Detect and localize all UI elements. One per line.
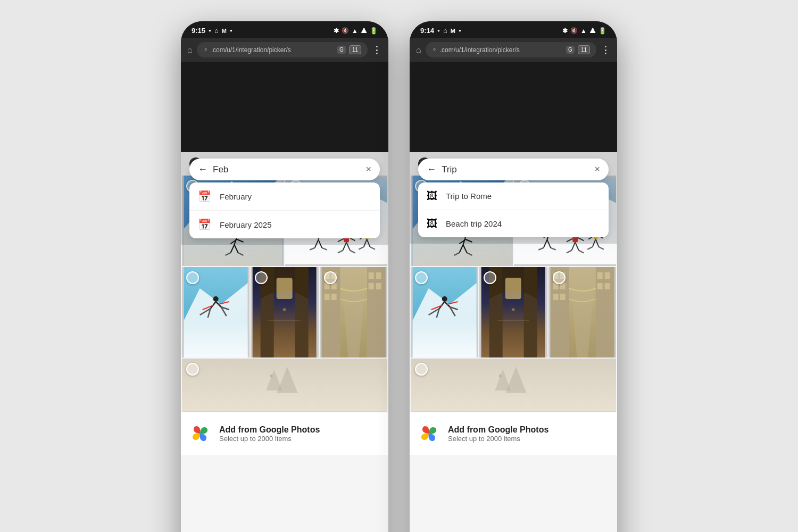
wifi-r-icon: ▲	[580, 27, 587, 35]
lock-icon: ⚬	[203, 46, 208, 53]
svg-rect-123	[505, 278, 521, 299]
photo-cell-5[interactable]	[320, 267, 387, 358]
svg-rect-60	[331, 283, 336, 289]
phone-content-right: ← Trip × 🖼 Trip to Rome 🖼 Beach trip 202…	[410, 152, 617, 532]
select-circle-r6[interactable]	[415, 363, 428, 376]
translate-icon[interactable]: G	[337, 46, 346, 54]
suggestion-text-1: February	[220, 192, 252, 201]
browser-home-icon[interactable]: ⌂	[187, 45, 193, 55]
photo-cell-4[interactable]	[251, 267, 318, 358]
partial-photo-r	[411, 359, 616, 412]
add-photos-title-left: Add from Google Photos	[219, 425, 320, 435]
select-circle-5[interactable]	[324, 271, 337, 284]
phone-left: 9:15 ● ⌂ M ● ✱ 🔇 ▲ ⯅ 🔋 ⌂ ⚬ .com/u/1/inte…	[181, 21, 388, 532]
svg-rect-138	[604, 283, 610, 289]
svg-rect-134	[560, 294, 565, 300]
search-suggestions-left: 📅 February 📅 February 2025	[189, 182, 380, 238]
url-box-right[interactable]: ⚬ .com/u/1/integration/picker/s G 11	[426, 42, 596, 57]
google-photos-footer-right[interactable]: Add from Google Photos Select up to 2000…	[410, 412, 617, 455]
select-circle-r3[interactable]	[415, 271, 428, 284]
photo-row-2-left	[182, 267, 387, 358]
suggestion-february[interactable]: 📅 February	[189, 182, 380, 211]
photo-cell-6[interactable]	[182, 359, 387, 412]
select-circle-r5[interactable]	[553, 271, 566, 284]
suggestion-trip-rome[interactable]: 🖼 Trip to Rome	[418, 182, 609, 210]
suggestion-text-2: February 2025	[220, 220, 272, 229]
dot-r-icon: ●	[437, 28, 440, 33]
svg-rect-64	[376, 272, 381, 279]
search-clear-right[interactable]: ×	[594, 164, 600, 175]
search-query-left[interactable]: Feb	[213, 164, 360, 175]
svg-rect-133	[553, 294, 558, 300]
photo-cell-r5[interactable]	[548, 267, 616, 358]
add-photos-title-right: Add from Google Photos	[448, 425, 548, 435]
wifi-icon: ▲	[352, 27, 358, 35]
svg-rect-56	[367, 267, 385, 358]
tab-count-left[interactable]: 11	[349, 45, 361, 54]
search-box-right: ← Trip ×	[418, 159, 609, 180]
google-photos-footer-left[interactable]: Add from Google Photos Select up to 2000…	[181, 412, 388, 455]
photo-cell-r6[interactable]	[411, 359, 616, 412]
select-circle-3[interactable]	[186, 271, 199, 284]
svg-rect-66	[376, 283, 381, 289]
photo-cell-3[interactable]	[182, 267, 250, 358]
phone-right: 9:14 ● ⌂ M ● ✱ 🔇 ▲ ⯅ 🔋 ⌂ ⚬ .com/u/1/inte…	[410, 21, 617, 532]
battery-r-icon: 🔋	[598, 27, 606, 35]
photo-cell-r4[interactable]	[479, 267, 547, 358]
svg-rect-136	[604, 272, 610, 279]
search-clear-left[interactable]: ×	[365, 164, 371, 175]
svg-point-39	[213, 296, 219, 302]
suggestion-february-2025[interactable]: 📅 February 2025	[189, 211, 380, 238]
mail-status-icon: M	[222, 28, 227, 34]
add-photos-subtitle-right: Select up to 2000 items	[448, 435, 548, 443]
svg-rect-135	[597, 272, 602, 279]
calendar-icon-1: 📅	[198, 190, 211, 203]
search-back-left[interactable]: ←	[198, 164, 207, 175]
tab-count-right[interactable]: 11	[578, 45, 590, 54]
suggestion-beach-trip[interactable]: 🖼 Beach trip 2024	[418, 210, 609, 237]
svg-rect-128	[595, 267, 614, 358]
photo-cell-r3[interactable]	[411, 267, 478, 358]
browser-menu-left[interactable]: ⋮	[372, 44, 382, 56]
signal-r-icon: ⯅	[589, 27, 596, 35]
mute-icon: 🔇	[342, 27, 349, 34]
lock-r-icon: ⚬	[432, 46, 437, 53]
select-circle-6[interactable]	[186, 363, 199, 376]
svg-rect-137	[597, 283, 602, 289]
url-text-right: .com/u/1/integration/picker/s	[440, 46, 563, 54]
search-suggestions-right: 🖼 Trip to Rome 🖼 Beach trip 2024	[418, 182, 609, 237]
suggestion-text-r2: Beach trip 2024	[446, 219, 502, 228]
bluetooth-icon: ✱	[334, 27, 339, 35]
svg-rect-70	[270, 375, 272, 377]
search-overlay-right: ← Trip × 🖼 Trip to Rome 🖼 Beach trip 202…	[410, 152, 617, 244]
svg-rect-142	[499, 375, 501, 377]
search-back-right[interactable]: ←	[427, 164, 436, 175]
search-query-right[interactable]: Trip	[442, 164, 589, 175]
search-box-left: ← Feb ×	[189, 159, 380, 180]
album-icon-1: 🖼	[427, 190, 437, 202]
dot-icon: ●	[209, 28, 211, 33]
svg-rect-62	[331, 294, 336, 300]
partial-photo	[182, 359, 387, 412]
time-left: 9:15	[192, 27, 205, 35]
status-bar-right: 9:14 ● ⌂ M ● ✱ 🔇 ▲ ⯅ 🔋	[410, 21, 617, 38]
search-overlay-left: ← Feb × 📅 February 📅 February 2025	[181, 152, 388, 245]
photo-row-3-right	[411, 359, 616, 412]
google-photos-text-left: Add from Google Photos Select up to 2000…	[219, 425, 320, 443]
browser-menu-right[interactable]: ⋮	[601, 44, 611, 56]
suggestion-text-r1: Trip to Rome	[446, 192, 492, 201]
svg-rect-63	[368, 272, 373, 279]
mail-r-icon: M	[451, 28, 455, 34]
url-box-left[interactable]: ⚬ .com/u/1/integration/picker/s G 11	[197, 42, 368, 57]
battery-icon: 🔋	[370, 27, 378, 35]
browser-home-r-icon[interactable]: ⌂	[416, 45, 421, 55]
album-icon-2: 🖼	[427, 218, 437, 230]
svg-rect-61	[324, 294, 329, 300]
photo-row-2-right	[411, 267, 616, 358]
browser-bar-left: ⌂ ⚬ .com/u/1/integration/picker/s G 11 ⋮	[181, 38, 388, 62]
home-r-icon: ⌂	[443, 27, 447, 35]
translate-r-icon[interactable]: G	[566, 46, 575, 54]
browser-bar-right: ⌂ ⚬ .com/u/1/integration/picker/s G 11 ⋮	[410, 38, 617, 62]
google-photos-logo-left	[189, 423, 211, 444]
bluetooth-r-icon: ✱	[562, 27, 568, 35]
